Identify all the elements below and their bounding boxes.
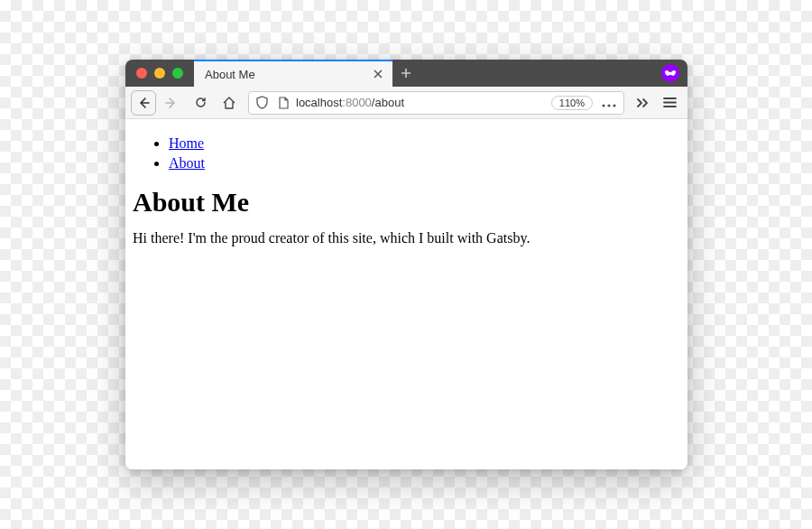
private-browsing-indicator	[660, 60, 687, 87]
close-icon	[374, 70, 383, 79]
browser-window: About Me	[125, 60, 687, 469]
site-identity-icon[interactable]	[274, 94, 292, 112]
toolbar: localhost:8000/about 110%	[125, 87, 687, 119]
tracking-protection-icon[interactable]	[253, 94, 271, 112]
forward-arrow-icon	[165, 97, 178, 109]
url-path: /about	[372, 96, 404, 109]
url-port: :8000	[342, 96, 372, 109]
page-actions-button[interactable]	[598, 95, 620, 110]
close-window-button[interactable]	[136, 68, 147, 79]
maximize-window-button[interactable]	[172, 68, 183, 79]
back-button[interactable]	[131, 90, 156, 116]
toolbar-overflow-button[interactable]	[630, 90, 655, 116]
url-host: localhost	[296, 96, 342, 109]
home-icon	[222, 96, 236, 110]
nav-link-about[interactable]: About	[169, 155, 205, 171]
window-controls	[125, 60, 194, 87]
page-content: Home About About Me Hi there! I'm the pr…	[125, 119, 687, 469]
zoom-level-badge[interactable]: 110%	[551, 96, 593, 110]
svg-point-2	[613, 104, 615, 107]
nav-link-home[interactable]: Home	[169, 135, 204, 151]
close-tab-button[interactable]	[371, 67, 385, 81]
new-tab-button[interactable]	[392, 60, 420, 87]
app-menu-button[interactable]	[657, 90, 682, 116]
titlebar: About Me	[125, 60, 687, 87]
chevron-double-right-icon	[636, 97, 649, 108]
home-button[interactable]	[216, 90, 243, 116]
plus-icon	[401, 68, 411, 79]
nav-list: Home About	[133, 134, 680, 172]
reload-icon	[194, 96, 208, 109]
shield-icon	[256, 96, 268, 109]
reload-button[interactable]	[187, 90, 214, 116]
url-text: localhost:8000/about	[296, 96, 548, 109]
address-bar[interactable]: localhost:8000/about 110%	[248, 91, 624, 115]
list-item: Home	[169, 134, 680, 153]
svg-point-1	[607, 104, 610, 107]
page-paragraph: Hi there! I'm the proud creator of this …	[133, 230, 680, 246]
tab-title: About Me	[205, 68, 364, 81]
browser-tab[interactable]: About Me	[194, 60, 392, 87]
list-item: About	[169, 153, 680, 173]
titlebar-spacer	[420, 60, 660, 87]
svg-point-0	[602, 104, 604, 107]
forward-button[interactable]	[158, 90, 185, 116]
page-icon	[278, 97, 290, 109]
mask-icon	[664, 70, 677, 77]
minimize-window-button[interactable]	[154, 68, 165, 79]
hamburger-icon	[663, 97, 677, 108]
page-heading: About Me	[133, 187, 680, 218]
back-arrow-icon	[137, 97, 150, 109]
meatballs-icon	[602, 104, 616, 107]
